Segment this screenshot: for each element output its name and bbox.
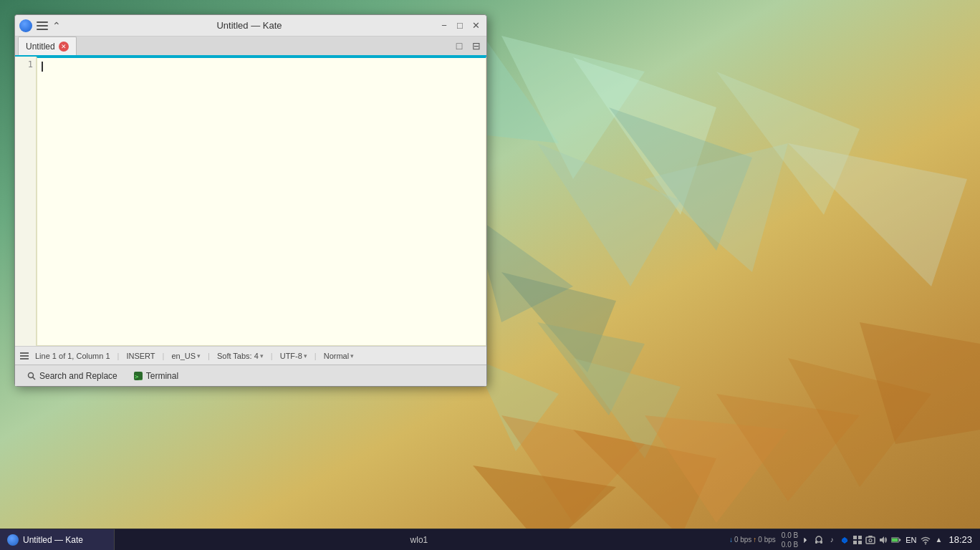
minimize-button[interactable]: − [438, 19, 451, 32]
window-controls: − □ ✕ [438, 19, 482, 32]
search-icon [27, 371, 37, 381]
kate-logo-icon [19, 19, 32, 32]
editor-area: 1 [15, 57, 486, 346]
taskbar-kate-icon [7, 534, 19, 546]
speed-up-icon: ↑ [753, 536, 756, 544]
tab-label: Untitled [26, 42, 55, 52]
terminal-tab[interactable]: >_ Terminal [126, 369, 186, 383]
close-button[interactable]: ✕ [469, 19, 482, 32]
svg-text:>_: >_ [135, 373, 143, 380]
title-bar: ⌃ Untitled — Kate − □ ✕ [15, 15, 486, 37]
svg-rect-34 [858, 536, 862, 539]
taskbar-app-label: Untitled — Kate [23, 535, 83, 545]
status-lines-icon[interactable] [19, 351, 29, 361]
taskbar-center: wlo1 [115, 535, 724, 545]
status-indent: Soft Tabs: 4 [217, 352, 259, 360]
bottom-panel: Search and Replace >_ Terminal [15, 365, 486, 386]
battery-icon[interactable] [891, 535, 901, 545]
maximize-button[interactable]: □ [453, 19, 466, 32]
svg-rect-37 [866, 537, 875, 544]
tab-close-button[interactable]: ✕ [59, 42, 69, 52]
editor-content[interactable] [37, 57, 486, 346]
data-down-value: 0.0 B [782, 531, 798, 539]
keyboard-locale[interactable]: EN [904, 536, 918, 544]
svg-rect-22 [20, 355, 29, 357]
line-numbers: 1 [15, 57, 37, 346]
svg-rect-21 [20, 352, 29, 354]
status-locale: en_US [171, 352, 196, 360]
status-encoding: UTF-8 [280, 352, 302, 360]
new-file-button[interactable]: □ [452, 39, 466, 53]
status-position: Line 1 of 1, Column 1 [35, 352, 110, 360]
grid-icon[interactable] [852, 535, 863, 545]
system-tray-arrow[interactable]: ▲ [933, 535, 943, 545]
network-interface-label: wlo1 [410, 535, 428, 545]
terminal-icon: >_ [133, 371, 143, 381]
status-divider-2: | [163, 352, 165, 360]
svg-rect-43 [899, 539, 900, 541]
svg-rect-35 [853, 541, 857, 544]
svg-point-38 [869, 539, 872, 541]
line-number-1: 1 [18, 59, 33, 69]
audio-player-icon[interactable]: ⏵ [801, 535, 811, 545]
status-divider-5: | [314, 352, 317, 360]
speed-up-value: 0 bps [758, 536, 775, 544]
svg-marker-40 [880, 536, 884, 544]
svg-rect-36 [858, 541, 862, 544]
dropbox-icon[interactable] [840, 535, 850, 545]
network-speed: ↓ 0 bps ↑ 0 bps [729, 536, 776, 544]
split-view-button[interactable]: ⊟ [469, 39, 484, 53]
status-highlight-dropdown[interactable]: Normal [324, 352, 354, 360]
taskbar: Untitled — Kate wlo1 ↓ 0 bps ↑ 0 bps 0.0… [0, 529, 980, 550]
headphone-icon[interactable] [814, 535, 824, 545]
speed-down-icon: ↓ [729, 536, 733, 544]
status-locale-dropdown[interactable]: en_US [171, 352, 201, 360]
network-data: 0.0 B 0.0 B [782, 531, 798, 549]
taskbar-right: ↓ 0 bps ↑ 0 bps 0.0 B 0.0 B ⏵ ♪ EN [724, 529, 980, 550]
editor-cursor [42, 62, 43, 72]
wifi-icon[interactable] [921, 535, 931, 545]
volume-icon[interactable] [878, 535, 888, 545]
taskbar-app-kate[interactable]: Untitled — Kate [0, 529, 115, 550]
screenshot-icon[interactable] [865, 535, 875, 545]
music-icon[interactable]: ♪ [827, 535, 837, 545]
svg-rect-39 [868, 536, 873, 537]
status-indent-dropdown[interactable]: Soft Tabs: 4 [217, 352, 264, 360]
svg-point-24 [29, 372, 34, 377]
data-up-value: 0.0 B [782, 541, 798, 549]
svg-rect-28 [815, 541, 817, 544]
tab-untitled[interactable]: Untitled ✕ [18, 37, 77, 55]
chevron-up-icon[interactable]: ⌃ [52, 21, 61, 31]
status-divider-3: | [208, 352, 210, 360]
title-bar-left: ⌃ [19, 19, 61, 32]
status-mode: INSERT [126, 352, 155, 360]
svg-line-25 [33, 377, 36, 380]
hamburger-menu-icon[interactable] [37, 20, 48, 32]
tab-bar-right: □ ⊟ [452, 39, 484, 53]
status-highlight: Normal [324, 352, 349, 360]
svg-point-44 [925, 543, 926, 544]
search-replace-label: Search and Replace [39, 371, 117, 381]
status-divider-1: | [117, 352, 120, 360]
status-divider-4: | [271, 352, 273, 360]
status-encoding-dropdown[interactable]: UTF-8 [280, 352, 307, 360]
status-bar: Line 1 of 1, Column 1 | INSERT | en_US |… [15, 346, 486, 365]
tab-bar: Untitled ✕ □ ⊟ [15, 37, 486, 57]
search-replace-tab[interactable]: Search and Replace [19, 369, 125, 383]
svg-rect-33 [853, 536, 857, 539]
kate-window: ⌃ Untitled — Kate − □ ✕ Untitled ✕ □ ⊟ 1 [14, 14, 487, 387]
taskbar-clock: 18:23 [946, 534, 974, 545]
svg-rect-42 [892, 538, 898, 541]
terminal-label: Terminal [146, 371, 178, 381]
svg-rect-23 [20, 358, 29, 360]
svg-rect-29 [820, 541, 822, 544]
speed-down-value: 0 bps [734, 536, 751, 544]
window-title: Untitled — Kate [61, 20, 438, 31]
